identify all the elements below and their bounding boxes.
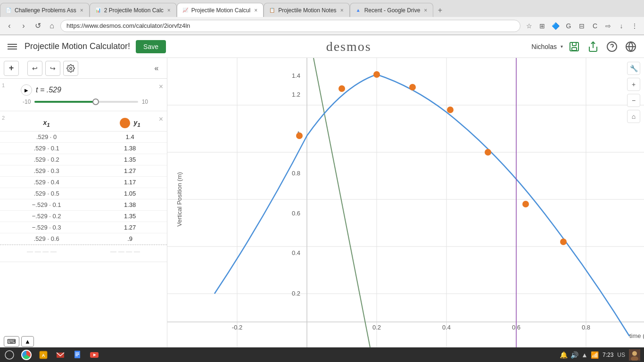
taskbar-chrome-icon[interactable] [21, 349, 32, 361]
table-cell-x[interactable]: −.529 · 0.1 [0, 199, 93, 211]
address-input[interactable] [60, 20, 520, 32]
extension-icon-2[interactable]: 🔷 [550, 20, 561, 32]
expr-2-close[interactable]: × [159, 115, 163, 123]
forward-button[interactable]: › [18, 20, 29, 32]
browser-menu[interactable]: ⋮ [629, 20, 640, 32]
table-cell-x[interactable]: .529 · 0.2 [0, 154, 93, 165]
svg-point-43 [485, 149, 491, 156]
collapse-panel-button[interactable]: « [150, 62, 163, 75]
svg-point-8 [70, 67, 72, 69]
globe-icon[interactable] [623, 39, 638, 54]
svg-rect-53 [75, 354, 79, 355]
extension-icon-5[interactable]: C [589, 20, 601, 32]
tab-2-projectile[interactable]: 📊 2 Projectile Motion Calc × [90, 3, 177, 17]
taskbar-os-button[interactable] [4, 349, 15, 361]
svg-point-42 [447, 107, 454, 113]
svg-text:0.8: 0.8 [582, 324, 590, 331]
share-icon[interactable] [586, 39, 601, 54]
taskbar-youtube-icon[interactable] [89, 349, 100, 361]
extension-icon-1[interactable]: ⊞ [537, 20, 548, 32]
table-cell-y[interactable]: 1.35 [93, 154, 167, 165]
slider-container: ▶ t = .529 -10 10 [11, 82, 150, 107]
tab-projectile-notes[interactable]: 📋 Projectile Motion Notes × [264, 3, 349, 17]
table-cell-x[interactable]: .529 · 0.4 [0, 177, 93, 188]
table-cell-y[interactable]: 1.38 [93, 143, 167, 154]
color-picker-dot[interactable] [120, 118, 130, 128]
tab-projectile-calc[interactable]: 📈 Projectile Motion Calcul × [177, 3, 264, 17]
table-cell-x[interactable]: −.529 · 0.2 [0, 211, 93, 222]
table-cell-y[interactable]: 1.27 [93, 165, 167, 177]
app-header: Projectile Motion Calculator! Save desmo… [0, 35, 644, 58]
table-cell-y[interactable]: 1.4 [93, 132, 167, 143]
table-cell-y[interactable]: 1.35 [93, 211, 167, 222]
extension-icon-6[interactable]: ⇨ [603, 20, 614, 32]
table-cell-y[interactable]: 1.38 [93, 199, 167, 211]
new-tab-button[interactable]: + [433, 4, 446, 17]
zoom-out-button[interactable]: − [627, 94, 640, 107]
volume-icon[interactable]: 🔊 [570, 351, 578, 359]
table-row: −.529 · 0.21.35 [0, 211, 167, 222]
extension-icon-4[interactable]: ⊟ [576, 20, 587, 32]
play-button[interactable]: ▶ [21, 84, 32, 96]
table-cell-x[interactable]: −.529 · 0.3 [0, 222, 93, 233]
desmos-logo: desmos [172, 39, 526, 54]
table-cell-x[interactable]: .529 · 0 [0, 132, 93, 143]
table-cell-y[interactable]: 1.27 [93, 222, 167, 233]
table-cell-y[interactable]: 1.17 [93, 177, 167, 188]
reload-button[interactable]: ↺ [32, 20, 43, 32]
taskbar-mail-icon[interactable] [55, 349, 66, 361]
col-header-y: y1 [93, 115, 167, 132]
tab-close-1[interactable]: × [79, 6, 84, 15]
tab-close-3[interactable]: × [253, 6, 258, 15]
wifi-icon[interactable]: ▲ [581, 351, 588, 359]
table-cell-x[interactable]: .529 · 0.3 [0, 165, 93, 177]
tab-close-2[interactable]: × [166, 6, 172, 15]
home-button[interactable]: ⌂ [46, 20, 58, 32]
back-button[interactable]: ‹ [4, 20, 15, 32]
save-icon[interactable] [567, 39, 582, 54]
save-button[interactable]: Save [136, 40, 166, 53]
tab-google-drive[interactable]: ▲ Recent - Google Drive × [350, 3, 434, 17]
table-row: −.529 · 0.31.27 [0, 222, 167, 233]
table-row: −.529 · 0.11.38 [0, 199, 167, 211]
network-icon[interactable]: 📶 [591, 351, 599, 359]
notification-icon[interactable]: 🔔 [560, 351, 568, 359]
settings-button[interactable] [63, 61, 78, 76]
table-cell-x[interactable]: .529 · 0.6 [0, 233, 93, 245]
table-cell-y[interactable]: .9 [93, 233, 167, 245]
expr-1-close[interactable]: × [159, 82, 163, 91]
add-expression-button[interactable]: + [4, 61, 19, 76]
taskbar-docs-icon[interactable] [72, 349, 83, 361]
table-row: .529 · 0.31.27 [0, 165, 167, 177]
bookmark-icon[interactable]: ☆ [523, 20, 535, 32]
slider-thumb[interactable] [92, 99, 99, 105]
undo-button[interactable]: ↩ [27, 61, 42, 76]
taskbar-avatar[interactable] [629, 349, 640, 361]
table-cell-x[interactable]: .529 · 0.5 [0, 188, 93, 199]
wrench-button[interactable]: 🔧 [627, 62, 640, 75]
help-icon[interactable] [604, 39, 619, 54]
svg-text:0.8: 0.8 [292, 170, 300, 177]
slider-label-row: ▶ t = .529 [21, 84, 150, 96]
extension-icon-7[interactable]: ↓ [616, 20, 627, 32]
home-view-button[interactable]: ⌂ [627, 110, 640, 123]
table-cell-y[interactable]: 1.05 [93, 188, 167, 199]
expand-button[interactable]: ▲ [21, 336, 34, 347]
expr-1-number: 1 [2, 82, 5, 88]
table-cell-x[interactable]: .529 · 0.1 [0, 143, 93, 154]
system-tray: 🔔 🔊 ▲ 📶 [560, 351, 599, 359]
zoom-in-button[interactable]: + [627, 78, 640, 91]
user-dropdown-arrow[interactable]: ▾ [561, 44, 563, 49]
svg-point-40 [339, 85, 345, 92]
table-row: .529 · 0.6.9 [0, 233, 167, 245]
extension-icon-3[interactable]: G [563, 20, 574, 32]
hamburger-menu[interactable] [6, 42, 19, 51]
taskbar-icon-2[interactable]: A [38, 349, 49, 361]
keyboard-button[interactable]: ⌨ [4, 336, 19, 347]
tab-close-5[interactable]: × [423, 6, 428, 15]
tab-close-4[interactable]: × [339, 6, 345, 15]
redo-button[interactable]: ↪ [45, 61, 60, 76]
graph-area[interactable]: 0.2 0.4 0.6 0.8 1 1.2 1.4 -0.2 0.2 0.4 0… [167, 58, 644, 347]
slider-track[interactable] [34, 101, 138, 103]
tab-challenge-problems[interactable]: 📄 Challenge Problems Ass × [0, 3, 90, 17]
